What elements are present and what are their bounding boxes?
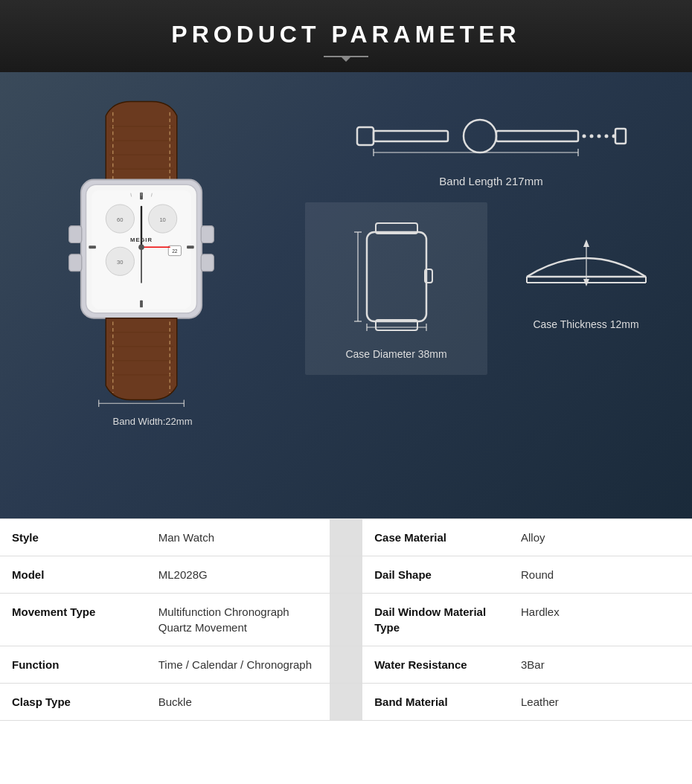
page-title: PRODUCT PARAMETER <box>15 21 677 48</box>
spec-right-label-4: Band Material <box>362 684 509 721</box>
band-length-svg <box>350 106 632 166</box>
spec-right-value-1: Round <box>509 556 692 594</box>
svg-text:22: 22 <box>172 248 178 254</box>
band-length-box: Band Length 217mm <box>305 94 677 195</box>
spec-right-label-1: Dail Shape <box>362 556 509 594</box>
case-thickness-label: Case Thickness 12mm <box>510 318 662 330</box>
spec-row-2: Movement Type Multifunction Chronograph … <box>0 594 692 646</box>
svg-text:10: 10 <box>159 216 165 223</box>
spec-right-value-0: Alloy <box>509 519 692 556</box>
svg-rect-8 <box>201 226 214 243</box>
header-divider <box>324 56 368 57</box>
spec-left-label-3: Function <box>0 646 147 684</box>
spec-left-label-4: Clasp Type <box>0 684 147 721</box>
svg-rect-38 <box>357 127 374 145</box>
case-thickness-box: Case Thickness 12mm <box>495 202 677 375</box>
svg-rect-7 <box>69 254 82 271</box>
spec-left-value-1: ML2028G <box>147 556 330 594</box>
product-area: 60 10 30 22 MEGIR <box>0 72 692 518</box>
svg-point-26 <box>138 244 144 250</box>
svg-rect-41 <box>496 131 578 141</box>
spec-right-value-3: 3Bar <box>509 646 692 684</box>
spec-right-value-2: Hardlex <box>509 594 692 646</box>
case-diameter-label: Case Diameter 38mm <box>320 348 472 360</box>
spec-right-label-3: Water Resistance <box>362 646 509 684</box>
svg-rect-6 <box>69 226 82 243</box>
spec-left-value-4: Buckle <box>147 684 330 721</box>
specs-table: Style Man Watch Case Material Alloy Mode… <box>0 518 692 721</box>
svg-rect-20 <box>140 301 143 308</box>
band-length-label: Band Length 217mm <box>320 175 662 187</box>
case-thickness-svg <box>512 217 661 306</box>
case-diameter-box: Case Diameter 38mm <box>305 202 487 375</box>
spec-left-value-2: Multifunction Chronograph Quartz Movemen… <box>147 594 330 646</box>
svg-point-42 <box>583 135 586 138</box>
svg-rect-21 <box>89 245 96 248</box>
spec-divider-4 <box>330 684 362 721</box>
spec-left-label-1: Model <box>0 556 147 594</box>
spec-divider-2 <box>330 594 362 646</box>
specs-table-wrapper: Style Man Watch Case Material Alloy Mode… <box>0 518 692 721</box>
spec-left-value-0: Man Watch <box>147 519 330 556</box>
svg-rect-47 <box>615 129 626 144</box>
svg-point-44 <box>598 135 601 138</box>
spec-divider-0 <box>330 519 362 556</box>
svg-text:MEGIR: MEGIR <box>130 237 153 243</box>
svg-point-40 <box>464 120 496 152</box>
svg-text:30: 30 <box>117 259 123 266</box>
case-diameter-svg <box>337 217 456 336</box>
spec-row-0: Style Man Watch Case Material Alloy <box>0 519 692 556</box>
svg-text:60: 60 <box>117 216 123 223</box>
spec-divider-3 <box>330 646 362 684</box>
spec-right-value-4: Leather <box>509 684 692 721</box>
spec-row-1: Model ML2028G Dail Shape Round <box>0 556 692 594</box>
spec-left-label-0: Style <box>0 519 147 556</box>
spec-row-4: Clasp Type Buckle Band Material Leather <box>0 684 692 721</box>
spec-right-label-0: Case Material <box>362 519 509 556</box>
svg-rect-9 <box>201 254 214 271</box>
spec-left-label-2: Movement Type <box>0 594 147 646</box>
spec-divider-1 <box>330 556 362 594</box>
svg-point-43 <box>590 135 594 138</box>
svg-point-45 <box>605 135 609 138</box>
svg-rect-51 <box>367 232 426 321</box>
band-width-label: Band Width:22mm <box>15 416 290 427</box>
watch-illustration: 60 10 30 22 MEGIR <box>15 94 268 407</box>
svg-rect-22 <box>187 245 194 248</box>
case-dims: Case Diameter 38mm C <box>305 202 677 375</box>
page-header: PRODUCT PARAMETER <box>0 0 692 72</box>
svg-marker-66 <box>583 240 589 247</box>
watch-container: 60 10 30 22 MEGIR <box>15 94 290 427</box>
svg-rect-39 <box>374 131 448 141</box>
spec-left-value-3: Time / Calendar / Chronograph <box>147 646 330 684</box>
spec-row-3: Function Time / Calendar / Chronograph W… <box>0 646 692 684</box>
specs-diagrams: Band Length 217mm <box>305 94 677 375</box>
spec-right-label-2: Dail Window Material Type <box>362 594 509 646</box>
